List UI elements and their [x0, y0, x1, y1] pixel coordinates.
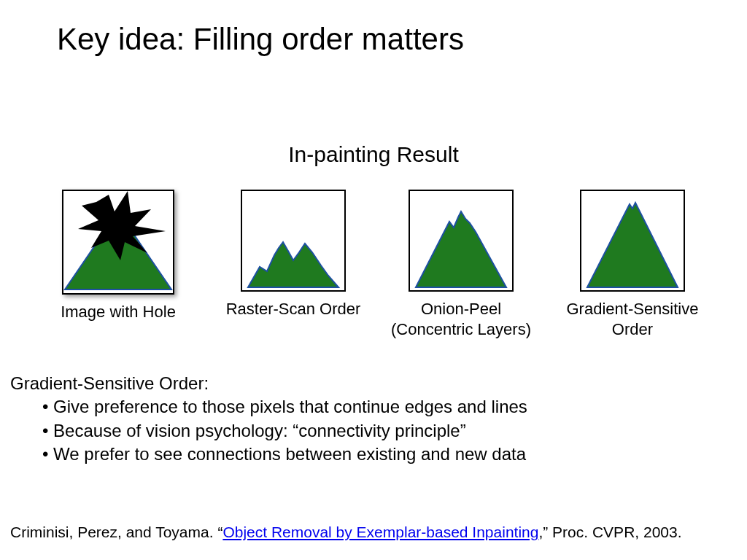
- figure-raster: Raster-Scan Order: [220, 190, 366, 319]
- figure-onion-caption-line1: Onion-Peel: [421, 300, 501, 318]
- body-text: Gradient-Sensitive Order: Give preferenc…: [10, 372, 527, 467]
- slide-title: Key idea: Filling order matters: [57, 22, 464, 57]
- body-heading: Gradient-Sensitive Order:: [10, 372, 527, 395]
- figure-hole-image: [62, 190, 174, 295]
- figure-gradient-caption: Gradient-Sensitive Order: [567, 299, 699, 339]
- figure-hole-caption: Image with Hole: [61, 302, 176, 322]
- slide: Key idea: Filling order matters In-paint…: [0, 0, 747, 560]
- bullet-item: Because of vision psychology: “connectiv…: [42, 419, 527, 443]
- figure-onion-caption-line2: (Concentric Layers): [391, 320, 531, 338]
- figure-gradient: Gradient-Sensitive Order: [541, 190, 724, 339]
- bullet-item: We prefer to see connections between exi…: [42, 443, 527, 466]
- figure-hole: Image with Hole: [45, 190, 191, 322]
- figure-row: Image with Hole Raster-Scan Order Onion-…: [0, 190, 747, 339]
- figure-onion-caption: Onion-Peel (Concentric Layers): [391, 299, 531, 339]
- figure-onion-image: [409, 190, 514, 292]
- figure-gradient-caption-line2: Order: [612, 320, 653, 338]
- figure-raster-caption: Raster-Scan Order: [226, 299, 361, 319]
- citation-link[interactable]: Object Removal by Exemplar-based Inpaint…: [222, 524, 538, 540]
- body-bullets: Give preference to those pixels that con…: [10, 395, 527, 466]
- figure-gradient-image: [580, 190, 685, 292]
- slide-subtitle: In-painting Result: [0, 142, 747, 167]
- bullet-item: Give preference to those pixels that con…: [42, 395, 527, 419]
- figure-gradient-caption-line1: Gradient-Sensitive: [567, 300, 699, 318]
- figure-raster-image: [241, 190, 346, 292]
- citation-suffix: ,” Proc. CVPR, 2003.: [538, 524, 681, 540]
- figure-onion: Onion-Peel (Concentric Layers): [381, 190, 541, 339]
- citation-prefix: Criminisi, Perez, and Toyama. “: [10, 524, 222, 540]
- citation: Criminisi, Perez, and Toyama. “Object Re…: [10, 524, 737, 541]
